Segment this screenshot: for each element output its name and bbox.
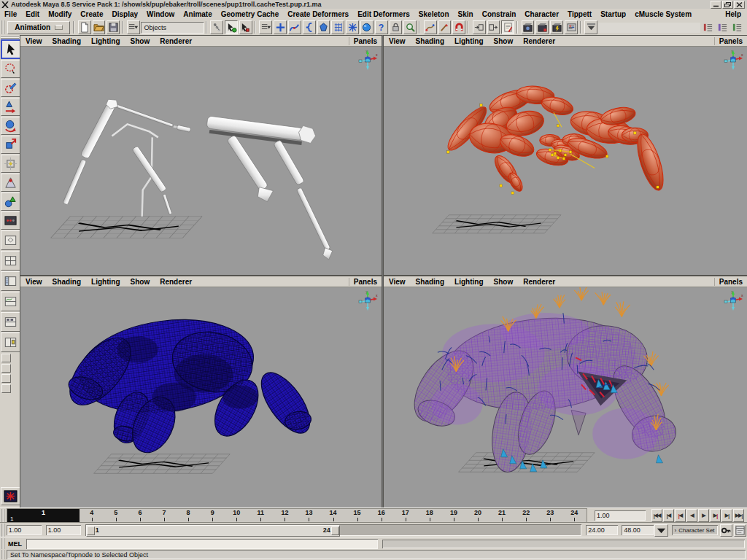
step-forward-frame-button[interactable]: ▶| xyxy=(721,509,732,522)
toggle-attribute-editor-icon[interactable] xyxy=(701,21,714,34)
snap-curve-icon[interactable] xyxy=(288,20,301,34)
frame-cell-18[interactable]: 18 xyxy=(417,509,441,522)
character-set-selector[interactable]: › Character Set xyxy=(672,525,718,535)
last-tool[interactable] xyxy=(1,211,20,230)
panel-menu-view[interactable]: View xyxy=(20,37,47,45)
panel-menu-shading[interactable]: Shading xyxy=(411,278,449,286)
snap-point-icon[interactable] xyxy=(303,20,316,34)
menu-skin[interactable]: Skin xyxy=(454,10,478,18)
animation-end-field[interactable] xyxy=(622,525,654,535)
panels-menu[interactable]: Panels xyxy=(714,278,747,286)
select-hierarchy-mode-icon[interactable] xyxy=(210,20,223,34)
auto-keyframe-toggle-icon[interactable] xyxy=(720,524,732,537)
animation-preferences-icon[interactable] xyxy=(734,524,746,537)
toggle-channel-box-icon[interactable] xyxy=(730,21,743,34)
render-settings-icon[interactable] xyxy=(565,20,578,34)
script-error-icon[interactable] xyxy=(1,487,20,505)
panel-menu-lighting[interactable]: Lighting xyxy=(449,278,488,286)
panel-menu-renderer[interactable]: Renderer xyxy=(518,278,560,286)
move-tool[interactable] xyxy=(1,98,20,116)
range-slider-bar[interactable]: 1 24 xyxy=(86,525,340,537)
universal-manipulator-tool[interactable] xyxy=(1,155,20,173)
playback-end-field[interactable] xyxy=(586,525,618,535)
minimize-button[interactable] xyxy=(711,1,721,9)
panel-menu-view[interactable]: View xyxy=(20,278,47,286)
menu-edit[interactable]: Edit xyxy=(21,10,44,18)
show-manipulator-tool[interactable] xyxy=(1,192,20,211)
menu-cmuscle-system[interactable]: cMuscle System xyxy=(630,10,696,18)
magnet-snap-icon[interactable] xyxy=(452,20,465,34)
viewport-canvas-skeleton[interactable] xyxy=(20,47,382,275)
frame-cell-21[interactable]: 21 xyxy=(490,509,514,522)
frame-cell-6[interactable]: 6 xyxy=(128,509,152,522)
rotate-tool[interactable] xyxy=(1,117,20,135)
timeline-playhead[interactable]: 1 1 xyxy=(7,509,80,522)
quick-help-icon[interactable]: ? xyxy=(375,20,388,34)
selection-mask-field[interactable]: Objects xyxy=(141,22,204,34)
panel-menu-view[interactable]: View xyxy=(384,278,411,286)
snap-together-icon[interactable] xyxy=(424,20,437,34)
open-render-view-icon[interactable] xyxy=(522,20,535,34)
frame-cell-7[interactable]: 7 xyxy=(152,509,176,522)
menu-tippett[interactable]: Tippett xyxy=(563,10,596,18)
viewport-canvas-fur[interactable] xyxy=(384,287,747,508)
close-button[interactable] xyxy=(734,1,745,9)
hypergraph-persp-layout-button[interactable] xyxy=(1,312,20,332)
outliner-persp-layout-button[interactable] xyxy=(1,271,20,291)
menu-create[interactable]: Create xyxy=(76,10,107,18)
menu-modify[interactable]: Modify xyxy=(44,10,76,18)
input-connections-icon[interactable] xyxy=(473,20,486,34)
menu-display[interactable]: Display xyxy=(107,10,142,18)
panels-menu[interactable]: Panels xyxy=(714,37,747,45)
frame-cell-4[interactable]: 4 xyxy=(80,509,104,522)
go-to-start-button[interactable]: |◀◀ xyxy=(651,509,662,522)
panel-menu-show[interactable]: Show xyxy=(125,278,155,286)
lock-selection-icon[interactable] xyxy=(390,20,403,34)
layout-extra-button[interactable] xyxy=(1,374,11,383)
frame-cell-5[interactable]: 5 xyxy=(104,509,128,522)
frame-cell-12[interactable]: 12 xyxy=(273,509,297,522)
menu-set-selector[interactable]: Animation xyxy=(7,21,70,34)
select-tool[interactable] xyxy=(1,39,22,59)
animation-start-field[interactable] xyxy=(7,525,42,535)
file-save-icon[interactable] xyxy=(107,20,120,34)
menu-startup[interactable]: Startup xyxy=(596,10,630,18)
snap-grid-icon[interactable] xyxy=(274,20,287,34)
restore-button[interactable] xyxy=(722,1,733,9)
render-current-frame-icon[interactable] xyxy=(535,20,549,34)
frame-cell-10[interactable]: 10 xyxy=(225,509,249,522)
panel-menu-show[interactable]: Show xyxy=(125,37,155,45)
layout-next-button[interactable] xyxy=(1,364,11,373)
snap-plane-icon[interactable] xyxy=(317,20,330,34)
frame-cell-9[interactable]: 9 xyxy=(201,509,225,522)
range-slider-groove[interactable]: 1 24 xyxy=(85,524,581,536)
select-object-mode-icon[interactable] xyxy=(225,20,238,34)
menu-constrain[interactable]: Constrain xyxy=(478,10,521,18)
menu-edit-deformers[interactable]: Edit Deformers xyxy=(353,10,414,18)
step-back-key-button[interactable]: |◀ xyxy=(675,509,686,522)
menu-help[interactable]: Help xyxy=(719,10,747,18)
menu-skeleton[interactable]: Skeleton xyxy=(414,10,454,18)
help-line-grip[interactable] xyxy=(1,550,5,559)
highlight-selection-icon[interactable] xyxy=(403,20,417,34)
paint-effects-icon[interactable] xyxy=(438,20,452,34)
panel-menu-lighting[interactable]: Lighting xyxy=(86,37,125,45)
soft-modification-tool[interactable] xyxy=(1,174,20,192)
panels-menu[interactable]: Panels xyxy=(349,278,382,286)
frame-cell-15[interactable]: 15 xyxy=(345,509,369,522)
panel-menu-view[interactable]: View xyxy=(384,37,411,45)
go-to-end-button[interactable]: ▶▶| xyxy=(733,509,744,522)
file-open-icon[interactable] xyxy=(93,20,106,34)
frame-cell-22[interactable]: 22 xyxy=(514,509,538,522)
toolbar-grip[interactable] xyxy=(1,20,4,34)
frame-cell-16[interactable]: 16 xyxy=(369,509,393,522)
step-back-frame-button[interactable]: |◀ xyxy=(663,509,674,522)
scale-tool[interactable] xyxy=(1,136,20,154)
play-backwards-button[interactable]: ◀ xyxy=(686,509,697,522)
quick-selection-field[interactable] xyxy=(598,23,700,33)
menu-create-deformers[interactable]: Create Deformers xyxy=(283,10,353,18)
panel-menu-renderer[interactable]: Renderer xyxy=(155,37,197,45)
panel-menu-renderer[interactable]: Renderer xyxy=(155,278,197,286)
frame-cell-14[interactable]: 14 xyxy=(321,509,345,522)
snap-mode-dropdown-icon[interactable] xyxy=(259,20,272,34)
